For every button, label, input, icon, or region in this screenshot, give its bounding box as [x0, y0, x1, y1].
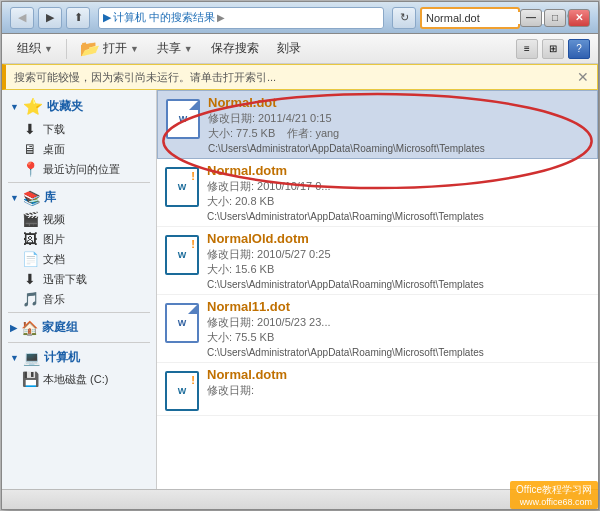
watermark-line2: www.office68.com — [516, 497, 592, 507]
file-item-normalold-dotm[interactable]: W ! NormalOld.dotm 修改日期: 2010/5/27 0:25 … — [157, 227, 598, 295]
file-icon-normalold-dotm: W ! — [165, 235, 199, 275]
sidebar-item-music[interactable]: 🎵 音乐 — [2, 289, 156, 309]
maximize-button[interactable]: □ — [544, 9, 566, 27]
toolbar-divider-1 — [66, 39, 67, 59]
help-button[interactable]: ? — [568, 39, 590, 59]
sidebar-section-computer: ▼ 💻 计算机 💾 本地磁盘 (C:) — [2, 346, 156, 389]
file-list: W Normal.dot 修改日期: 2011/4/21 0:15 大小: 77… — [157, 90, 598, 489]
file-name-normal-dot: Normal.dot — [208, 95, 589, 110]
close-button[interactable]: ✕ — [568, 9, 590, 27]
file-size-normal11-dot: 大小: 75.5 KB — [207, 330, 590, 345]
search-box: 🔍 — [420, 7, 520, 29]
file-name-normalold-dotm: NormalOld.dotm — [207, 231, 590, 246]
sidebar-item-thunder[interactable]: ⬇ 迅雷下载 — [2, 269, 156, 289]
view-toggle-button[interactable]: ≡ — [516, 39, 538, 59]
sidebar: ▼ ⭐ 收藏夹 ⬇ 下载 🖥 桌面 📍 最近访问的位置 — [2, 90, 157, 489]
local-disk-label: 本地磁盘 (C:) — [43, 372, 108, 387]
sidebar-item-recent[interactable]: 📍 最近访问的位置 — [2, 159, 156, 179]
desktop-label: 桌面 — [43, 142, 65, 157]
download-label: 下载 — [43, 122, 65, 137]
title-bar: ◀ ▶ ⬆ ▶ 计算机 中的搜索结果 ▶ ↻ 🔍 — □ ✕ — [2, 2, 598, 34]
file-path-normal-dotm-1: C:\Users\Administrator\AppData\Roaming\M… — [207, 211, 590, 222]
open-label: 打开 — [103, 40, 127, 57]
file-details-normal-dot: 修改日期: 2011/4/21 0:15 — [208, 111, 589, 126]
watermark: Office教程学习网 www.office68.com — [510, 481, 598, 509]
file-info-normalold-dotm: NormalOld.dotm 修改日期: 2010/5/27 0:25 大小: … — [207, 231, 590, 290]
thunder-label: 迅雷下载 — [43, 272, 87, 287]
info-message: 搜索可能较慢，因为索引尚未运行。请单击打开索引... — [14, 70, 276, 85]
file-item-normal11-dot[interactable]: W Normal11.dot 修改日期: 2010/5/23 23... 大小:… — [157, 295, 598, 363]
sidebar-sep-1 — [8, 182, 150, 183]
share-label: 共享 — [157, 40, 181, 57]
file-modified-normalold-dotm: 修改日期: 2010/5/27 0:25 — [207, 247, 331, 262]
file-size-val-normal11-dot: 大小: 75.5 KB — [207, 330, 274, 345]
desktop-icon: 🖥 — [22, 141, 38, 157]
main-window: ◀ ▶ ⬆ ▶ 计算机 中的搜索结果 ▶ ↻ 🔍 — □ ✕ 组 — [1, 1, 599, 510]
file-info-normal-dotm-2: Normal.dotm 修改日期: — [207, 367, 590, 398]
exclaim-icon-2: ! — [191, 238, 195, 250]
sidebar-header-computer[interactable]: ▼ 💻 计算机 — [2, 346, 156, 369]
open-arrow: ▼ — [130, 44, 139, 54]
open-button[interactable]: 📂 打开 ▼ — [73, 36, 146, 61]
file-icon-normal11-dot: W — [165, 303, 199, 343]
sidebar-item-download[interactable]: ⬇ 下载 — [2, 119, 156, 139]
file-info-normal11-dot: Normal11.dot 修改日期: 2010/5/23 23... 大小: 7… — [207, 299, 590, 358]
file-path-normalold-dotm: C:\Users\Administrator\AppData\Roaming\M… — [207, 279, 590, 290]
homegroup-label: 家庭组 — [42, 319, 78, 336]
doc-corner — [189, 100, 199, 110]
file-name-normal-dotm-2: Normal.dotm — [207, 367, 590, 382]
save-search-button[interactable]: 保存搜索 — [204, 37, 266, 60]
sidebar-header-favorites[interactable]: ▼ ⭐ 收藏夹 — [2, 94, 156, 119]
sidebar-item-pictures[interactable]: 🖼 图片 — [2, 229, 156, 249]
view-details-button[interactable]: ⊞ — [542, 39, 564, 59]
file-modified-normal-dotm-1: 修改日期: 2010/10/17 0... — [207, 179, 331, 194]
share-button[interactable]: 共享 ▼ — [150, 37, 200, 60]
sidebar-header-homegroup[interactable]: ▶ 🏠 家庭组 — [2, 316, 156, 339]
file-details-normal11-dot: 修改日期: 2010/5/23 23... — [207, 315, 590, 330]
file-details-normal-dotm-1: 修改日期: 2010/10/17 0... — [207, 179, 590, 194]
file-item-normal-dot[interactable]: W Normal.dot 修改日期: 2011/4/21 0:15 大小: 77… — [157, 90, 598, 159]
sidebar-item-desktop[interactable]: 🖥 桌面 — [2, 139, 156, 159]
video-label: 视频 — [43, 212, 65, 227]
computer-icon: 💻 — [23, 350, 40, 366]
info-bar-close-button[interactable]: ✕ — [577, 69, 589, 85]
file-icon-normal-dotm-2: W ! — [165, 371, 199, 411]
path-separator: ▶ — [217, 12, 225, 23]
download-icon: ⬇ — [22, 121, 38, 137]
file-size-normalold-dotm: 大小: 15.6 KB — [207, 262, 590, 277]
recent-icon: 📍 — [22, 161, 38, 177]
file-info-normal-dot: Normal.dot 修改日期: 2011/4/21 0:15 大小: 77.5… — [208, 95, 589, 154]
file-modified-normal-dot: 修改日期: 2011/4/21 0:15 — [208, 111, 332, 126]
sidebar-item-video[interactable]: 🎬 视频 — [2, 209, 156, 229]
forward-button[interactable]: ▶ — [38, 7, 62, 29]
back-button[interactable]: ◀ — [10, 7, 34, 29]
file-item-normal-dotm-2[interactable]: W ! Normal.dotm 修改日期: — [157, 363, 598, 416]
homegroup-arrow: ▶ — [10, 323, 17, 333]
minimize-button[interactable]: — — [520, 9, 542, 27]
organize-button[interactable]: 组织 ▼ — [10, 37, 60, 60]
file-name-normal11-dot: Normal11.dot — [207, 299, 590, 314]
sidebar-item-local-disk[interactable]: 💾 本地磁盘 (C:) — [2, 369, 156, 389]
sidebar-section-favorites: ▼ ⭐ 收藏夹 ⬇ 下载 🖥 桌面 📍 最近访问的位置 — [2, 94, 156, 179]
music-icon: 🎵 — [22, 291, 38, 307]
sidebar-item-documents[interactable]: 📄 文档 — [2, 249, 156, 269]
file-size-val-normal-dotm-1: 大小: 20.8 KB — [207, 194, 274, 209]
title-bar-left: ◀ ▶ ⬆ ▶ 计算机 中的搜索结果 ▶ ↻ 🔍 — [10, 7, 520, 29]
refresh-button[interactable]: ↻ — [392, 7, 416, 29]
file-icon-normal-dot: W — [166, 99, 200, 139]
favorites-arrow: ▼ — [10, 102, 19, 112]
toolbar: 组织 ▼ 📂 打开 ▼ 共享 ▼ 保存搜索 刻录 ≡ ⊞ ? — [2, 34, 598, 64]
sidebar-header-library[interactable]: ▼ 📚 库 — [2, 186, 156, 209]
favorites-label: 收藏夹 — [47, 98, 83, 115]
library-arrow: ▼ — [10, 193, 19, 203]
up-button[interactable]: ⬆ — [66, 7, 90, 29]
burn-button[interactable]: 刻录 — [270, 37, 308, 60]
file-item-normal-dotm-1[interactable]: W ! Normal.dotm 修改日期: 2010/10/17 0... 大小… — [157, 159, 598, 227]
homegroup-icon: 🏠 — [21, 320, 38, 336]
documents-icon: 📄 — [22, 251, 38, 267]
title-controls: — □ ✕ — [520, 9, 590, 27]
documents-label: 文档 — [43, 252, 65, 267]
local-disk-icon: 💾 — [22, 371, 38, 387]
info-bar: 搜索可能较慢，因为索引尚未运行。请单击打开索引... ✕ — [2, 64, 598, 90]
file-size-val-normalold-dotm: 大小: 15.6 KB — [207, 262, 274, 277]
